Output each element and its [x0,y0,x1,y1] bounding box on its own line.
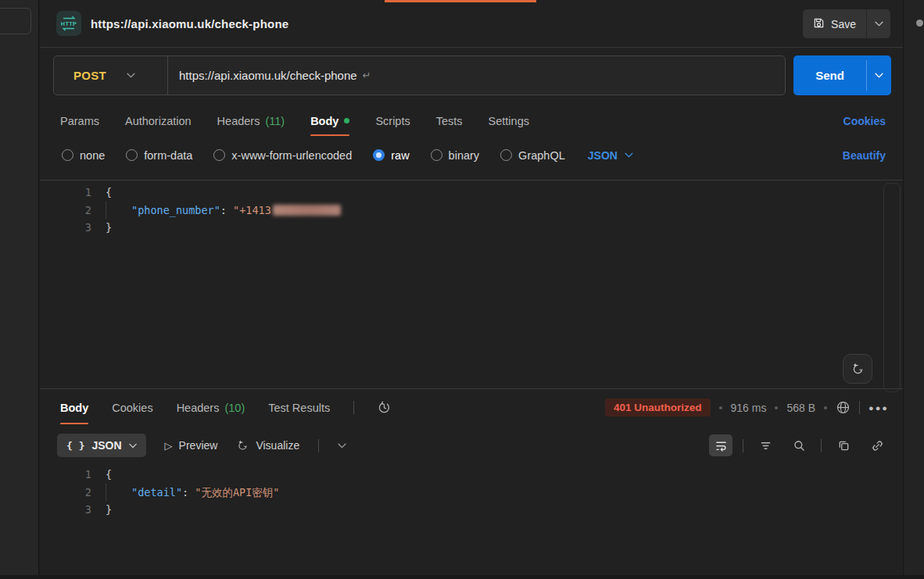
wrap-text-button[interactable] [709,434,732,456]
send-options-chevron-button[interactable] [867,55,891,95]
tab-settings[interactable]: Settings [489,104,529,138]
body-type-radio-graphql[interactable]: GraphQL [500,149,565,162]
cookies-link[interactable]: Cookies [843,104,886,138]
body-type-radio-none[interactable]: none [62,149,105,162]
body-type-radio-x-www-form-urlencoded[interactable]: x-www-form-urlencoded [213,149,352,162]
request-header: HTTP https://api.xiaomu.uk/check-phone S… [40,0,903,48]
meta-separator-dot [775,406,778,409]
filter-button[interactable] [754,434,777,456]
preview-button[interactable]: ▷ Preview [165,439,218,452]
request-tabs: Params Authorization Headers (11) Body S… [40,104,903,138]
history-clock-icon [378,401,391,414]
line-number: 2 [40,484,91,502]
save-options-chevron-button[interactable] [867,9,890,38]
line-number: 2 [40,202,91,220]
request-url-bar: POST https://api.xiaomu.uk/check-phone ↵ [53,55,786,95]
url-value: https://api.xiaomu.uk/check-phone [179,69,357,82]
raw-format-select[interactable]: JSON [588,149,633,162]
divider [859,401,860,414]
headers-count-badge: (11) [265,115,285,127]
tab-tests[interactable]: Tests [436,104,463,138]
braces-icon: { } [66,440,84,452]
wrap-text-icon [714,439,728,452]
redacted-value [273,205,341,216]
response-format-select[interactable]: { } JSON [57,434,146,457]
response-time: 916 ms [731,402,767,414]
save-icon [813,17,825,31]
save-split-button: Save [803,9,890,38]
tab-headers[interactable]: Headers (11) [217,104,285,138]
radio-circle [431,149,442,161]
editor-scrollbar[interactable] [883,183,901,392]
response-history-button[interactable] [378,401,391,414]
method-label: POST [73,69,106,82]
tab-authorization[interactable]: Authorization [125,104,192,138]
search-button[interactable] [787,434,811,456]
response-tab-headers[interactable]: Headers (10) [177,389,245,426]
radio-circle [126,149,138,161]
response-tab-body[interactable]: Body [60,389,88,426]
line-number: 3 [40,219,91,237]
left-sidebar [0,0,39,579]
radio-circle-selected [373,149,385,161]
globe-icon [836,400,851,415]
enter-hint-icon: ↵ [363,70,371,81]
body-type-radio-raw[interactable]: raw [373,149,409,162]
search-icon [793,439,806,452]
meta-separator-dot [719,406,722,409]
body-type-radio-form-data[interactable]: form-data [126,149,192,162]
network-info-button[interactable] [836,400,851,415]
beautify-link[interactable]: Beautify [843,139,886,171]
copy-icon [837,439,851,452]
request-title: https://api.xiaomu.uk/check-phone [91,17,288,30]
request-body-editor[interactable]: 1 { 2 "phone_number": "+1413 3 } [40,184,903,388]
sparkle-circle-icon [851,362,865,377]
divider [318,439,319,452]
save-button[interactable]: Save [803,9,866,38]
code-line: 2 "phone_number": "+1413 [40,202,903,220]
response-tab-test-results[interactable]: Test Results [268,389,330,426]
send-button[interactable]: Send [793,55,866,95]
code-line: 1 { [40,466,903,484]
view-options-chevron-button[interactable] [338,443,346,449]
tab-scripts[interactable]: Scripts [375,104,410,138]
sidebar-cutoff-icon [916,20,923,27]
code-line: 1 { [40,184,903,202]
postbot-button[interactable] [843,354,872,384]
body-type-radio-binary[interactable]: binary [431,149,480,162]
line-number: 1 [40,466,91,484]
svg-text:HTTP: HTTP [61,20,77,27]
body-modified-dot [344,118,349,123]
response-view-tools [709,429,889,462]
main-panel: HTTP https://api.xiaomu.uk/check-phone S… [40,0,903,579]
more-options-button[interactable]: ●●● [868,403,889,413]
indent-guide [106,202,131,219]
response-body-viewer[interactable]: 1 { 2 "detail": "无效的API密钥" 3 } [40,466,903,575]
chevron-down-icon [127,73,135,78]
divider [743,439,743,452]
copy-button[interactable] [832,434,855,456]
code-line: 3 } [40,501,903,519]
play-icon: ▷ [165,440,173,452]
link-button[interactable] [865,434,889,456]
indent-guide [106,484,131,501]
method-select[interactable]: POST [54,56,168,95]
divider [821,439,822,452]
link-icon [871,439,884,452]
tab-body[interactable]: Body [310,104,349,138]
sidebar-cutoff-panel [0,8,31,34]
bottom-edge [0,575,924,579]
url-input[interactable]: https://api.xiaomu.uk/check-phone ↵ [168,69,785,82]
response-meta: 401 Unauthorized 916 ms 568 B ●●● [605,389,889,426]
tab-params[interactable]: Params [60,104,99,138]
chevron-down-icon [625,152,633,158]
response-tab-cookies[interactable]: Cookies [112,389,152,426]
save-button-label: Save [831,18,856,30]
http-request-icon: HTTP [56,11,81,36]
visualize-button[interactable]: Visualize [236,439,299,452]
filter-icon [759,439,772,452]
radio-circle [213,149,225,161]
response-size: 568 B [786,402,815,414]
code-line: 2 "detail": "无效的API密钥" [40,484,903,502]
code-line: 3 } [40,219,903,237]
